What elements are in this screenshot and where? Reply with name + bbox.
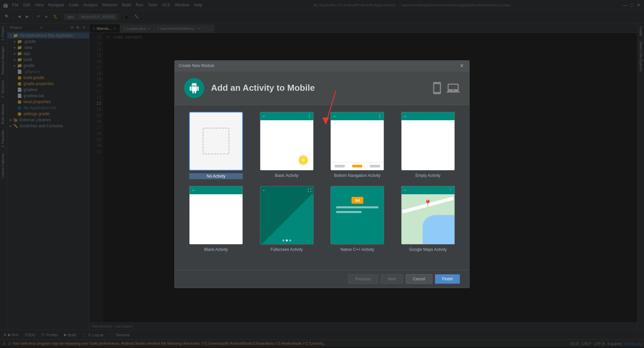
cancel-button[interactable]: Cancel [406, 274, 432, 284]
modal-header: Add an Activity to Mobile [175, 71, 469, 105]
basic-fab: + [299, 155, 308, 165]
no-activity-content [190, 113, 242, 170]
modal-close-button[interactable]: ✕ [459, 62, 465, 69]
dot-3 [289, 239, 291, 241]
fullscreen-preview: ← ⛶ [260, 186, 314, 245]
bottom-nav-content: ← ⋮ [331, 112, 384, 170]
blank-topbar: ← [190, 186, 243, 194]
fullscreen-main [260, 194, 313, 244]
basic-preview-content: ← ⋮ + [260, 112, 313, 170]
fullscreen-diagonal [260, 194, 313, 244]
google-maps-card[interactable]: 📍 ← ⋮ Google Maps Activity [396, 186, 460, 252]
maps-content: 📍 ← ⋮ [401, 186, 454, 244]
maps-preview: 📍 ← ⋮ [401, 186, 455, 245]
maps-back: ← [404, 188, 407, 192]
dot-2 [286, 239, 288, 241]
bottom-nav-activity-card[interactable]: ← ⋮ Bottom Navigation [325, 112, 389, 179]
no-activity-card[interactable]: No Activity [184, 112, 248, 179]
maps-dots: ⋮ [449, 188, 452, 192]
empty-back: ← [404, 114, 408, 119]
maps-water [423, 215, 454, 244]
bottom-nav-label: Bottom Navigation Activity [334, 173, 381, 178]
modal-overlay: Create New Module ✕ Add an Activity to M… [0, 0, 644, 348]
fullscreen-back: ← [262, 188, 266, 192]
basic-activity-label: Basic Activity [275, 173, 299, 178]
fullscreen-topbar: ← ⛶ [260, 186, 313, 194]
empty-topbar: ← [401, 112, 454, 120]
fullscreen-label: Fullscreen Activity [271, 247, 303, 252]
bottom-nav-bar [331, 162, 384, 170]
fullscreen-content: ← ⛶ [260, 186, 313, 244]
nav-item-2 [352, 165, 362, 167]
nav-item-3 [370, 165, 380, 167]
modal-footer: Previous Next Cancel Finish [175, 270, 469, 288]
modal-body: No Activity ← ⋮ + [175, 105, 469, 270]
bottom-nav-preview: ← ⋮ [330, 112, 384, 170]
fullscreen-expand: ⛶ [308, 188, 311, 192]
modal-header-title: Add an Activity to Mobile [211, 83, 424, 93]
bottom-nav-topbar: ← ⋮ [331, 112, 384, 120]
modal-header-icon [184, 78, 204, 98]
modal-dialog: Create New Module ✕ Add an Activity to M… [174, 60, 470, 288]
blank-activity-label: Blank Activity [204, 247, 228, 252]
basic-back-arrow: ← [262, 114, 266, 119]
blank-back: ← [192, 188, 196, 193]
blank-activity-card[interactable]: ← Blank Activity [184, 186, 248, 252]
previous-button[interactable]: Previous [348, 274, 378, 284]
activity-grid: No Activity ← ⋮ + [184, 112, 460, 252]
maps-background: 📍 [401, 186, 454, 244]
ad-line-2 [336, 211, 362, 213]
ad-preview: Ad [330, 186, 384, 245]
ad-main: Ad [331, 186, 384, 244]
fullscreen-activity-card[interactable]: ← ⛶ [255, 186, 319, 252]
dashed-rectangle [203, 128, 229, 154]
basic-topbar: ← ⋮ [260, 112, 313, 120]
basic-activity-preview: ← ⋮ + [260, 112, 314, 170]
maps-topbar: ← ⋮ [401, 186, 454, 194]
google-maps-label: Google Maps Activity [409, 247, 447, 252]
device-icons [430, 81, 460, 95]
fullscreen-dots [282, 239, 291, 241]
bottom-nav-back: ← [333, 114, 337, 119]
ad-content: Ad [331, 186, 384, 244]
blank-activity-preview: ← [189, 186, 243, 245]
maps-pin: 📍 [424, 199, 432, 207]
no-activity-label: No Activity [189, 173, 243, 179]
bottom-nav-main-content [331, 120, 384, 162]
empty-content [401, 120, 454, 170]
empty-activity-preview: ← [401, 112, 455, 170]
empty-preview-content: ← [401, 112, 454, 170]
modal-titlebar: Create New Module ✕ [175, 61, 469, 71]
blank-content [190, 194, 243, 244]
ad-badge: Ad [352, 197, 363, 204]
next-button[interactable]: Next [381, 274, 403, 284]
dot-1 [282, 239, 284, 241]
empty-activity-label: Empty Activity [415, 173, 440, 178]
ad-line-1 [336, 206, 378, 208]
basic-activity-card[interactable]: ← ⋮ + Basic Activity [255, 112, 319, 179]
native-cpp-card[interactable]: Ad Native C++ Activity [325, 186, 389, 252]
native-cpp-label: Native C++ Activity [340, 247, 374, 252]
basic-menu-dots: ⋮ [307, 114, 311, 119]
nav-item-1 [335, 165, 345, 167]
finish-button[interactable]: Finish [435, 274, 460, 284]
blank-preview-content: ← [190, 186, 243, 244]
modal-title: Create New Module [179, 63, 459, 68]
empty-activity-card[interactable]: ← Empty Activity [396, 112, 460, 179]
no-activity-preview [189, 112, 243, 170]
bottom-nav-dots: ⋮ [378, 114, 382, 119]
